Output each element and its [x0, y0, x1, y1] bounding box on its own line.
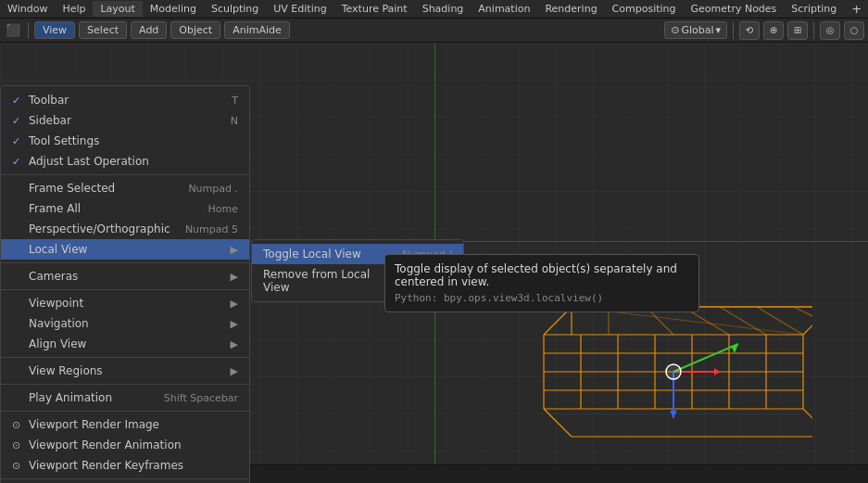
viewport-shading-dropdown[interactable]: ⊙ Global ▾	[664, 21, 727, 39]
menu-item-frame-selected[interactable]: Frame Selected Numpad .	[1, 178, 249, 198]
view-regions-label: View Regions	[29, 364, 227, 377]
frame-selected-shortcut: Numpad .	[188, 183, 238, 195]
menu-item-play-animation[interactable]: Play Animation Shift Spacebar	[1, 388, 249, 408]
menu-item-toolbar[interactable]: ✓ Toolbar T	[1, 90, 249, 110]
view-label: View	[43, 24, 67, 36]
frame-all-label: Frame All	[29, 202, 201, 215]
menu-object-button[interactable]: Object	[170, 21, 220, 39]
select-label: Select	[87, 24, 119, 36]
menu-window[interactable]: Window	[0, 1, 55, 17]
chevron-down-icon: ▾	[715, 24, 721, 36]
editor-type-button[interactable]: ⬛	[4, 21, 22, 40]
menu-layout[interactable]: Layout	[93, 1, 142, 17]
sidebar-label: Sidebar	[29, 114, 223, 127]
remove-from-local-view-label: Remove from Local View	[263, 268, 385, 294]
wireframe-object	[535, 298, 812, 446]
sync-icon-btn[interactable]: ⟲	[739, 21, 760, 40]
menu-item-view-regions[interactable]: View Regions ▶	[1, 361, 249, 381]
divider-2	[1, 262, 249, 263]
toolbar-separator-1	[28, 22, 29, 39]
align-view-arrow: ▶	[231, 338, 238, 350]
toolbar-label: Toolbar	[29, 94, 224, 107]
menu-sculpting[interactable]: Sculpting	[204, 1, 266, 17]
sidebar-shortcut: N	[231, 115, 238, 127]
menu-rendering[interactable]: Rendering	[537, 1, 604, 17]
svg-line-15	[544, 409, 572, 437]
menu-help[interactable]: Help	[55, 1, 93, 17]
top-menu-bar: Window Help Layout Modeling Sculpting UV…	[0, 0, 868, 19]
menu-uv-editing[interactable]: UV Editing	[266, 1, 333, 17]
tool-settings-label: Tool Settings	[29, 134, 231, 147]
vp-render-image-label: Viewport Render Image	[29, 418, 238, 431]
svg-line-23	[720, 307, 766, 335]
shading-label: Global	[681, 24, 713, 36]
menu-item-tool-settings[interactable]: ✓ Tool Settings	[1, 131, 249, 151]
menu-item-adjust-last-operation[interactable]: ✓ Adjust Last Operation	[1, 151, 249, 172]
divider-5	[1, 384, 249, 385]
svg-marker-30	[714, 368, 720, 375]
divider-4	[1, 357, 249, 358]
menu-animation[interactable]: Animation	[471, 1, 537, 17]
perspective-label: Perspective/Orthographic	[29, 222, 178, 235]
menu-item-perspective[interactable]: Perspective/Orthographic Numpad 5	[1, 219, 249, 239]
vp-render-animation-label: Viewport Render Animation	[29, 439, 238, 451]
menu-compositing[interactable]: Compositing	[605, 1, 684, 17]
vp-render-keyframes-label: Viewport Render Keyframes	[29, 459, 238, 472]
menu-add-button[interactable]: Add	[131, 21, 167, 39]
menu-animaide-button[interactable]: AnimAide	[224, 21, 290, 39]
toolbar-shortcut: T	[232, 95, 238, 107]
divider-3	[1, 289, 249, 290]
menu-item-viewport-render-keyframes[interactable]: ⊙ Viewport Render Keyframes	[1, 455, 249, 476]
menu-scripting[interactable]: Scripting	[784, 1, 844, 17]
menu-item-align-view[interactable]: Align View ▶	[1, 334, 249, 354]
perspective-shortcut: Numpad 5	[185, 223, 238, 235]
cameras-arrow: ▶	[231, 271, 238, 283]
menu-item-viewport-render-image[interactable]: ⊙ Viewport Render Image	[1, 414, 249, 435]
animaide-label: AnimAide	[233, 24, 282, 36]
svg-line-16	[803, 409, 812, 437]
local-view-label: Local View	[29, 243, 227, 256]
view-regions-arrow: ▶	[231, 365, 238, 377]
second-toolbar: ⬛ View Select Add Object AnimAide ⊙ Glob…	[0, 19, 868, 43]
vp-render-keyframes-icon: ⊙	[12, 460, 25, 472]
menu-item-cameras[interactable]: Cameras ▶	[1, 266, 249, 286]
svg-line-25	[794, 307, 812, 325]
overlay-icon-btn[interactable]: ⊕	[763, 21, 784, 40]
add-label: Add	[139, 24, 158, 36]
object-label: Object	[179, 24, 212, 36]
menu-item-viewpoint[interactable]: Viewpoint ▶	[1, 293, 249, 313]
editor-type-icon: ⬛	[6, 23, 20, 37]
adjust-label: Adjust Last Operation	[29, 155, 231, 168]
menu-item-navigation[interactable]: Navigation ▶	[1, 313, 249, 334]
gizmo-icon-btn[interactable]: ⊞	[787, 21, 808, 40]
menu-modeling[interactable]: Modeling	[143, 1, 204, 17]
frame-selected-label: Frame Selected	[29, 182, 181, 195]
snap-icon-btn[interactable]: ◎	[820, 21, 840, 40]
navigation-label: Navigation	[29, 317, 227, 330]
add-workspace-button[interactable]: +	[844, 0, 868, 18]
menu-select-button[interactable]: Select	[79, 21, 127, 39]
menu-geometry-nodes[interactable]: Geometry Nodes	[684, 1, 785, 17]
tooltip: Toggle display of selected object(s) sep…	[384, 254, 699, 312]
toolbar-separator-2	[733, 22, 734, 39]
cameras-label: Cameras	[29, 270, 227, 283]
menu-shading[interactable]: Shading	[415, 1, 472, 17]
menu-view-button[interactable]: View	[34, 21, 75, 39]
svg-marker-34	[670, 411, 677, 418]
vp-render-animation-icon: ⊙	[12, 439, 25, 451]
menu-item-viewport-render-animation[interactable]: ⊙ Viewport Render Animation	[1, 435, 249, 455]
menu-item-local-view[interactable]: Local View ▶ Toggle Local View Numpad / …	[1, 239, 249, 260]
menu-texture-paint[interactable]: Texture Paint	[334, 1, 415, 17]
play-animation-label: Play Animation	[29, 391, 157, 404]
sidebar-checkmark: ✓	[12, 115, 25, 127]
svg-point-35	[666, 364, 681, 379]
viewport-area[interactable]: ✓ Toolbar T ✓ Sidebar N ✓ Tool Settings …	[0, 43, 868, 483]
view-dropdown-menu: ✓ Toolbar T ✓ Sidebar N ✓ Tool Settings …	[0, 85, 250, 483]
menu-item-frame-all[interactable]: Frame All Home	[1, 198, 249, 219]
tool-settings-checkmark: ✓	[12, 135, 25, 147]
menu-item-sidebar[interactable]: ✓ Sidebar N	[1, 110, 249, 131]
vp-render-image-icon: ⊙	[12, 419, 25, 431]
toolbar-separator-3	[813, 22, 814, 39]
align-view-label: Align View	[29, 337, 227, 350]
proportional-icon-btn[interactable]: ○	[844, 21, 864, 40]
